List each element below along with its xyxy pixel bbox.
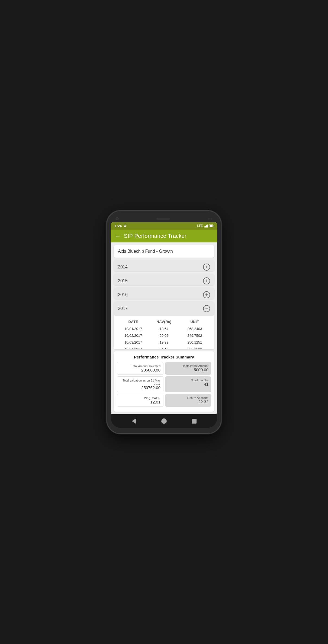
total-valuation-value: 250762.00 — [120, 385, 160, 390]
year-label-2017: 2017 — [118, 306, 128, 311]
status-right: LTE — [197, 224, 213, 228]
phone-screen: 1:24 ⚙ LTE ← SIP Performance Tracker — [111, 222, 217, 414]
recents-nav-button[interactable] — [191, 418, 197, 424]
col-nav-header: NAV(Rs) — [149, 320, 179, 324]
unit-3: 236.1833 — [179, 347, 210, 349]
unit-1: 249.7502 — [179, 334, 210, 338]
nav-2: 19.99 — [149, 340, 179, 344]
home-nav-icon — [161, 418, 167, 424]
home-nav-button[interactable] — [161, 418, 167, 424]
total-amount-label: Total Amount Invested — [120, 364, 160, 368]
months-label: No of months — [168, 379, 208, 382]
sensor-dot — [208, 218, 210, 220]
total-valuation-cell: Total valuation as on 31 May 2017 250762… — [117, 376, 163, 392]
year-label-2016: 2016 — [118, 292, 128, 297]
date-0: 10/01/2017 — [118, 327, 149, 331]
col-unit-header: UNIT — [179, 320, 210, 324]
app-header: ← SIP Performance Tracker — [111, 230, 217, 242]
phone-frame: 1:24 ⚙ LTE ← SIP Performance Tracker — [107, 211, 221, 433]
year-header-2015[interactable]: 2015 + — [114, 274, 214, 285]
cagr-label: Weg. CAGR — [120, 396, 160, 400]
year-section-2015: 2015 + — [114, 274, 214, 285]
signal-bar-2 — [205, 226, 206, 228]
expand-icon-2015: + — [203, 277, 210, 284]
battery-icon — [209, 225, 213, 227]
cagr-cell: Weg. CAGR 12.01 — [117, 394, 163, 407]
fund-name-card: Axis Bluechip Fund - Growth — [114, 245, 214, 258]
expand-icon-2016: + — [203, 291, 210, 298]
total-valuation-label: Total valuation as on 31 May 2017 — [120, 379, 160, 385]
months-value: 41 — [168, 382, 208, 386]
bottom-nav-bar — [111, 414, 217, 428]
nav-3: 21.17 — [149, 347, 179, 349]
status-bar: 1:24 ⚙ LTE — [111, 222, 217, 230]
year-header-2016[interactable]: 2016 + — [114, 287, 214, 299]
signal-bar-1 — [204, 226, 205, 228]
table-row: 10/04/2017 21.17 236.1833 — [114, 346, 214, 349]
summary-section: Performance Tracker Summary Total Amount… — [114, 351, 214, 412]
date-2: 10/03/2017 — [118, 340, 149, 344]
front-camera — [116, 217, 118, 220]
screen-content: Axis Bluechip Fund - Growth 2014 + 2015 … — [111, 242, 217, 414]
expand-icon-2014: + — [203, 264, 210, 271]
app-title: SIP Performance Tracker — [124, 233, 186, 239]
year-table-2017: DATE NAV(Rs) UNIT 10/01/2017 18.64 268.2… — [114, 316, 214, 349]
lte-label: LTE — [197, 224, 203, 228]
col-date-header: DATE — [118, 320, 149, 324]
total-amount-value: 205000.00 — [120, 368, 160, 372]
year-section-2014: 2014 + — [114, 260, 214, 271]
collapse-icon-2017: − — [203, 305, 210, 312]
summary-title: Performance Tracker Summary — [117, 355, 211, 359]
recents-nav-icon — [192, 419, 197, 424]
sensor-dot — [211, 218, 212, 220]
summary-row-3: Weg. CAGR 12.01 Return Absolute 22.32 — [117, 394, 211, 407]
year-section-2017: 2017 − DATE NAV(Rs) UNIT 10/01/2017 18.6… — [114, 301, 214, 349]
table-row: 10/03/2017 19.99 250.1251 — [114, 339, 214, 346]
nav-0: 18.64 — [149, 327, 179, 331]
back-button[interactable]: ← — [115, 233, 121, 239]
summary-row-1: Total Amount Invested 205000.00 Installm… — [117, 362, 211, 375]
year-section-2016: 2016 + — [114, 287, 214, 299]
installment-amount-label: Installment Amount — [168, 364, 208, 367]
table-row: 10/02/2017 20.02 249.7502 — [114, 332, 214, 339]
total-amount-cell: Total Amount Invested 205000.00 — [117, 362, 163, 375]
settings-icon: ⚙ — [123, 224, 127, 228]
year-header-2017[interactable]: 2017 − — [114, 301, 214, 316]
date-3: 10/04/2017 — [118, 347, 149, 349]
unit-0: 268.2403 — [179, 327, 210, 331]
back-nav-icon — [132, 418, 136, 424]
battery-fill — [210, 225, 213, 227]
summary-row-2: Total valuation as on 31 May 2017 250762… — [117, 376, 211, 392]
table-row: 10/01/2017 18.64 268.2403 — [114, 325, 214, 332]
date-1: 10/02/2017 — [118, 334, 149, 338]
back-nav-button[interactable] — [131, 418, 137, 424]
return-absolute-value: 22.32 — [168, 399, 208, 404]
signal-icon — [204, 224, 208, 228]
fund-name-text: Axis Bluechip Fund - Growth — [118, 249, 173, 254]
installment-amount-cell: Installment Amount 5000.00 — [165, 362, 211, 375]
signal-bar-3 — [206, 225, 207, 228]
months-cell: No of months 41 — [165, 376, 211, 392]
status-left: 1:24 ⚙ — [115, 224, 127, 228]
year-label-2015: 2015 — [118, 278, 128, 283]
nav-1: 20.02 — [149, 334, 179, 338]
installment-amount-value: 5000.00 — [168, 367, 208, 372]
return-absolute-label: Return Absolute — [168, 396, 208, 399]
earpiece-speaker — [156, 218, 170, 220]
sensors — [208, 218, 212, 220]
return-absolute-cell: Return Absolute 22.32 — [165, 394, 211, 407]
year-label-2014: 2014 — [118, 265, 128, 270]
signal-bar-4 — [207, 225, 208, 228]
year-header-2014[interactable]: 2014 + — [114, 260, 214, 271]
unit-2: 250.1251 — [179, 340, 210, 344]
time-display: 1:24 — [115, 224, 122, 228]
table-header: DATE NAV(Rs) UNIT — [114, 318, 214, 325]
phone-top-decorations — [111, 216, 217, 222]
cagr-value: 12.01 — [120, 400, 160, 404]
